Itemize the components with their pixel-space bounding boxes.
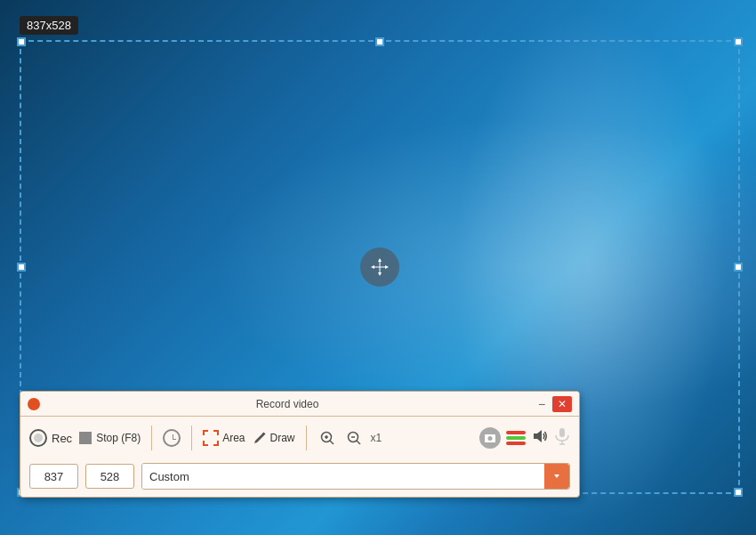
rec-label: Rec [52, 432, 72, 445]
preset-dropdown-wrapper: Custom [141, 463, 570, 490]
rec-circle-icon [29, 429, 47, 447]
area-dashed-icon [203, 430, 219, 446]
zoom-level-label: x1 [371, 432, 382, 444]
camera-icon [484, 432, 496, 444]
divider-1 [151, 426, 152, 450]
svg-rect-9 [559, 428, 565, 437]
toolbar-titlebar: Record video − ✕ [20, 392, 579, 417]
audio-bar-green [506, 436, 526, 440]
pencil-icon [253, 431, 267, 445]
handle-top-mid[interactable] [375, 37, 384, 46]
rec-button[interactable]: Rec [29, 429, 72, 447]
divider-3 [306, 426, 307, 450]
area-label: Area [222, 432, 245, 444]
draw-label: Draw [270, 432, 295, 444]
move-cursor-icon[interactable] [360, 247, 399, 287]
minimize-button[interactable]: − [535, 398, 549, 410]
app-icon [28, 398, 40, 410]
chevron-down-icon [552, 472, 561, 481]
zoom-in-button[interactable] [318, 428, 337, 448]
handle-mid-left[interactable] [17, 263, 26, 272]
stop-square-icon [79, 432, 92, 444]
dimension-label: 837x528 [20, 16, 78, 35]
titlebar-buttons: − ✕ [535, 396, 572, 412]
handle-top-left[interactable] [17, 37, 26, 46]
handle-bot-right[interactable] [734, 488, 743, 497]
zoom-out-icon [346, 430, 362, 446]
record-video-toolbar: Record video − ✕ Rec Stop (F8) Area [20, 391, 580, 498]
handle-mid-right[interactable] [734, 263, 743, 272]
height-input[interactable] [85, 464, 134, 489]
mic-icon [554, 427, 570, 445]
speaker-icon [531, 427, 549, 445]
divider-2 [191, 426, 192, 450]
camera-button[interactable] [479, 427, 501, 449]
handle-top-right[interactable] [734, 37, 743, 46]
zoom-in-icon [319, 430, 335, 446]
stop-button[interactable]: Stop (F8) [79, 432, 141, 444]
toolbar-right [479, 427, 570, 449]
svg-point-8 [488, 436, 493, 441]
draw-button[interactable]: Draw [253, 431, 295, 445]
area-button[interactable]: Area [203, 430, 245, 446]
toolbar-body: Rec Stop (F8) Area Draw [20, 417, 579, 459]
timer-icon[interactable] [163, 429, 181, 447]
toolbar-title: Record video [40, 398, 535, 410]
dropdown-arrow-button[interactable] [544, 464, 569, 489]
zoom-out-button[interactable] [344, 428, 364, 448]
preset-label[interactable]: Custom [142, 464, 544, 489]
speaker-button[interactable] [531, 427, 549, 449]
svg-line-6 [357, 441, 360, 444]
mic-button[interactable] [554, 427, 570, 449]
width-input[interactable] [29, 464, 78, 489]
svg-line-3 [330, 441, 334, 444]
audio-level-indicator[interactable] [506, 431, 526, 445]
rec-circle-inner [34, 434, 43, 442]
audio-bar-red2 [506, 442, 526, 445]
audio-bar-red [506, 431, 526, 434]
stop-label: Stop (F8) [96, 432, 141, 444]
toolbar-footer: Custom [20, 459, 579, 497]
close-button[interactable]: ✕ [552, 396, 572, 412]
